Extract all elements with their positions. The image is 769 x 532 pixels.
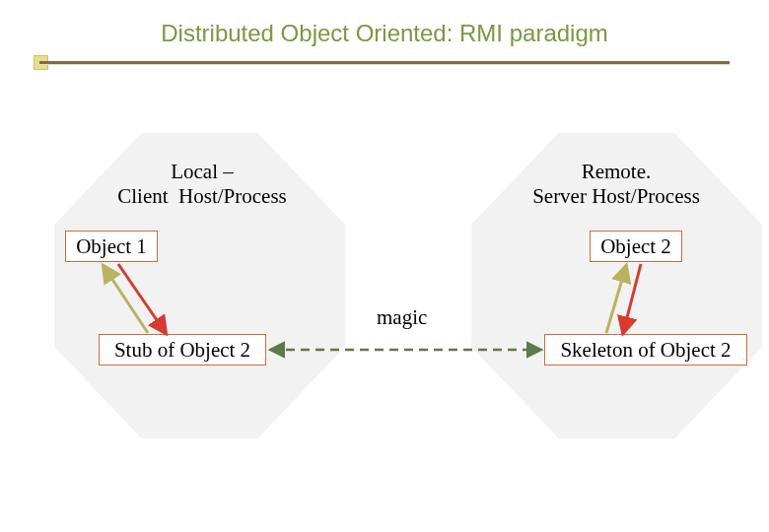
skeleton-box: Skeleton of Object 2 <box>544 334 747 366</box>
remote-host-label: Remote. Server Host/Process <box>473 160 759 209</box>
slide: Distributed Object Oriented: RMI paradig… <box>0 0 769 532</box>
slide-title: Distributed Object Oriented: RMI paradig… <box>0 20 769 47</box>
object1-box: Object 1 <box>65 231 158 262</box>
magic-label: magic <box>377 305 427 330</box>
stub-box: Stub of Object 2 <box>99 334 266 366</box>
title-underline <box>39 61 730 64</box>
local-host-label: Local – Client Host/Process <box>59 160 345 209</box>
object2-box: Object 2 <box>590 231 682 262</box>
